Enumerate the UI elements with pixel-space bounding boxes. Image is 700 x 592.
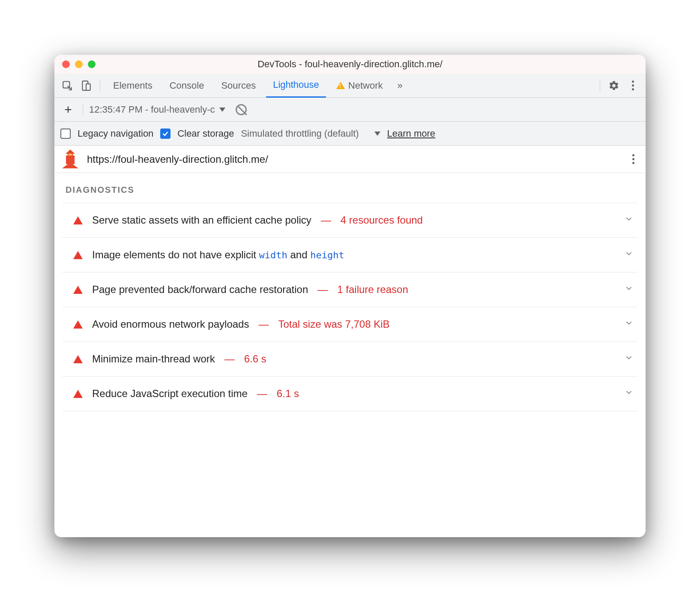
legacy-navigation-label: Legacy navigation [78, 128, 153, 139]
diagnostic-detail: 6.1 s [277, 388, 299, 400]
chevron-down-icon [624, 388, 634, 400]
close-window-button[interactable] [62, 60, 70, 68]
diagnostic-row[interactable]: Page prevented back/forward cache restor… [62, 272, 638, 307]
devtools-window: DevTools - foul-heavenly-direction.glitc… [54, 55, 646, 537]
dash-separator: — [321, 214, 331, 226]
lighthouse-toolbar: + 12:35:47 PM - foul-heavenly-c [54, 98, 646, 122]
chevron-down-icon [624, 284, 634, 296]
caret-down-icon [219, 108, 225, 112]
report-menu-icon[interactable] [629, 151, 638, 167]
warning-icon [336, 82, 345, 89]
svg-rect-2 [86, 84, 90, 90]
diagnostic-title: Page prevented back/forward cache restor… [92, 284, 308, 296]
lighthouse-options-bar: Legacy navigation Clear storage Simulate… [54, 122, 646, 146]
dash-separator: — [257, 388, 267, 400]
dash-separator: — [317, 284, 328, 296]
fail-triangle-icon [73, 251, 83, 259]
separator [600, 80, 600, 92]
diagnostic-row[interactable]: Image elements do not have explicit widt… [62, 237, 638, 272]
separator [83, 104, 83, 116]
panel-tabstrip: Elements Console Sources Lighthouse Netw… [54, 74, 646, 98]
tab-elements[interactable]: Elements [106, 74, 159, 98]
diagnostic-detail: 6.6 s [244, 353, 266, 365]
tab-network-label: Network [348, 80, 383, 91]
chevron-down-icon [624, 249, 634, 261]
dash-separator: — [258, 318, 269, 330]
minimize-window-button[interactable] [75, 60, 83, 68]
diagnostic-title: Reduce JavaScript execution time [92, 388, 248, 400]
titlebar: DevTools - foul-heavenly-direction.glitc… [54, 55, 646, 74]
diagnostic-detail: 4 resources found [341, 214, 423, 226]
diagnostic-row[interactable]: Avoid enormous network payloads—Total si… [62, 307, 638, 341]
diagnostic-row[interactable]: Reduce JavaScript execution time—6.1 s [62, 376, 638, 411]
tab-console[interactable]: Console [163, 74, 211, 98]
report-url-bar: https://foul-heavenly-direction.glitch.m… [54, 146, 646, 173]
diagnostic-row[interactable]: Serve static assets with an efficient ca… [62, 203, 638, 237]
window-title: DevTools - foul-heavenly-direction.glitc… [61, 59, 639, 70]
maximize-window-button[interactable] [88, 60, 96, 68]
traffic-lights [62, 60, 96, 68]
fail-triangle-icon [73, 286, 83, 294]
fail-triangle-icon [73, 355, 83, 363]
fail-triangle-icon [73, 320, 83, 329]
diagnostic-detail: Total size was 7,708 KiB [278, 318, 389, 330]
settings-gear-icon[interactable] [606, 78, 622, 93]
diagnostics-list: Serve static assets with an efficient ca… [62, 203, 638, 411]
diagnostic-detail: 1 failure reason [337, 284, 408, 296]
diagnostic-row[interactable]: Minimize main-thread work—6.6 s [62, 341, 638, 376]
report-selector[interactable]: 12:35:47 PM - foul-heavenly-c [89, 104, 225, 115]
tabs-overflow-button[interactable]: » [393, 74, 407, 98]
tab-sources[interactable]: Sources [214, 74, 263, 98]
separator [100, 80, 100, 92]
more-menu-icon[interactable] [625, 78, 640, 93]
clear-storage-checkbox[interactable] [160, 129, 171, 139]
dash-separator: — [224, 353, 235, 365]
diagnostic-title: Avoid enormous network payloads [92, 318, 249, 330]
lighthouse-logo-icon [62, 150, 78, 168]
throttling-caret-icon[interactable] [374, 132, 380, 136]
tab-lighthouse[interactable]: Lighthouse [266, 74, 326, 98]
chevron-down-icon [624, 214, 634, 226]
new-report-button[interactable]: + [60, 101, 77, 118]
legacy-navigation-checkbox[interactable] [60, 129, 71, 139]
chevron-down-icon [624, 318, 634, 330]
report-selector-label: 12:35:47 PM - foul-heavenly-c [89, 104, 215, 115]
fail-triangle-icon [73, 216, 83, 224]
diagnostic-title: Serve static assets with an efficient ca… [92, 214, 311, 226]
device-toolbar-icon[interactable] [78, 78, 94, 93]
diagnostic-title: Image elements do not have explicit widt… [92, 249, 344, 261]
learn-more-link[interactable]: Learn more [387, 128, 436, 139]
throttling-label: Simulated throttling (default) [241, 128, 359, 139]
report-content: DIAGNOSTICS Serve static assets with an … [54, 173, 646, 537]
inspect-element-icon[interactable] [60, 78, 75, 93]
fail-triangle-icon [73, 390, 83, 398]
diagnostic-title: Minimize main-thread work [92, 353, 215, 365]
clear-storage-label: Clear storage [177, 128, 234, 139]
tab-network[interactable]: Network [329, 74, 390, 98]
section-title: DIAGNOSTICS [66, 185, 638, 195]
chevron-down-icon [624, 353, 634, 365]
clear-reports-icon[interactable] [236, 104, 247, 115]
report-url: https://foul-heavenly-direction.glitch.m… [87, 153, 268, 165]
